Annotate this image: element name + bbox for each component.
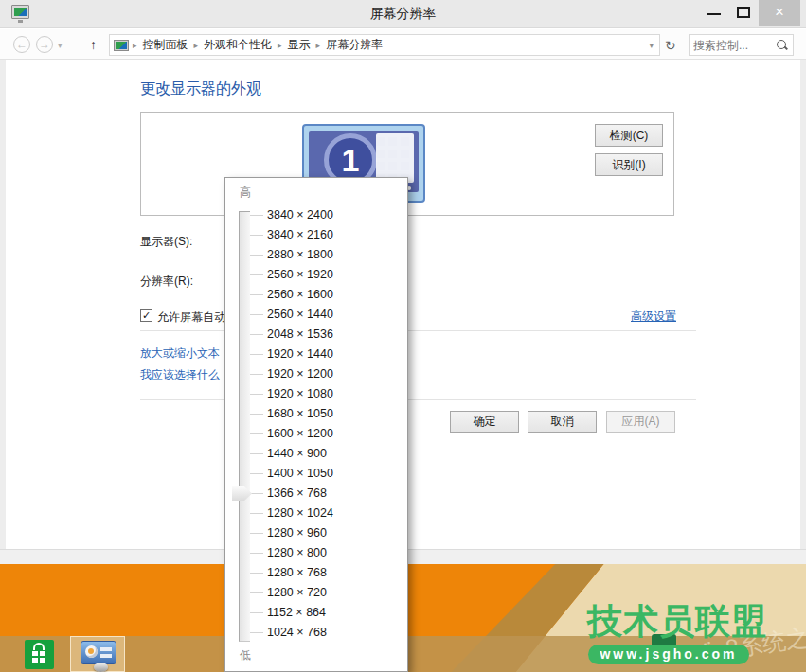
page-title: 更改显示器的外观 (140, 80, 261, 99)
cancel-button[interactable]: 取消 (528, 411, 597, 433)
mouse-icon (94, 663, 108, 672)
slider-tick (250, 374, 263, 375)
slider-tick (250, 513, 263, 514)
maximize-button[interactable] (737, 7, 750, 18)
search-icon[interactable] (776, 39, 789, 52)
slider-tick (250, 592, 263, 593)
resolution-option[interactable]: 1366 × 768 (225, 484, 409, 504)
resolution-option[interactable]: 1152 × 864 (225, 603, 409, 623)
titlebar: 屏幕分辨率 × (0, 0, 806, 28)
resolution-option[interactable]: 1920 × 1080 (225, 384, 409, 404)
close-button[interactable]: × (759, 0, 800, 26)
resolution-label: 分辨率(R): (140, 274, 193, 290)
slider-tick (250, 414, 263, 415)
resolution-option[interactable]: 2560 × 1920 (225, 265, 409, 285)
forward-button[interactable]: → (36, 36, 53, 53)
auto-rotate-label: 允许屏幕自动 (157, 309, 225, 326)
resolution-option[interactable]: 2560 × 1440 (225, 305, 409, 325)
back-button[interactable]: ← (13, 36, 30, 53)
resolution-option-label: 1400 × 1050 (267, 467, 333, 480)
breadcrumb-items: ▸控制面板▸外观和个性化▸显示▸屏幕分辨率 (131, 37, 386, 53)
help-link[interactable]: 我应该选择什么 (140, 367, 220, 383)
store-bag-handle-icon (33, 643, 45, 650)
breadcrumb-item[interactable]: 控制面板 (139, 38, 192, 51)
window-right-border (800, 60, 806, 564)
slider-tick (250, 334, 263, 335)
slider-tick (250, 314, 263, 315)
resolution-option[interactable]: 3840 × 2400 (225, 205, 409, 225)
resolution-option[interactable]: 1024 × 768 (225, 623, 409, 643)
watermark-url: www.jsgho.com (588, 645, 749, 664)
auto-rotate-checkbox[interactable]: ✓ (140, 309, 152, 322)
resolution-option-label: 3840 × 2400 (267, 208, 333, 221)
watermark-title: 技术员联盟 (587, 604, 767, 639)
slider-tick (250, 294, 263, 295)
screen: Win8系统之家 技术员联盟 www.jsgho.com 屏幕分辨率 × ← → (0, 0, 806, 672)
resolution-option[interactable]: 2048 × 1536 (225, 325, 409, 345)
advanced-settings-link[interactable]: 高级设置 (631, 309, 676, 325)
resolution-option-label: 1920 × 1200 (267, 367, 333, 380)
resolution-option[interactable]: 2880 × 1800 (225, 245, 409, 265)
resolution-option-label: 1280 × 800 (267, 546, 327, 559)
high-label: 高 (240, 185, 251, 201)
resolution-option[interactable]: 1280 × 768 (225, 563, 409, 583)
list-bars-icon (100, 647, 112, 651)
windows-store-icon[interactable] (25, 640, 54, 669)
resolution-option[interactable]: 2560 × 1600 (225, 285, 409, 305)
windows-flag-icon (32, 651, 38, 656)
low-label: 低 (240, 647, 251, 663)
resolution-option[interactable]: 1280 × 720 (225, 583, 409, 603)
resolution-option-label: 1600 × 1200 (267, 427, 333, 440)
breadcrumb-item[interactable]: 外观和个性化 (200, 38, 276, 51)
resolution-option[interactable]: 1920 × 1200 (225, 364, 409, 384)
ok-button[interactable]: 确定 (450, 411, 519, 433)
identify-button[interactable]: 识别(I) (595, 153, 663, 176)
slider-tick (250, 235, 263, 236)
address-chevron-icon[interactable]: ▾ (649, 41, 654, 50)
resolution-option-label: 1440 × 900 (267, 447, 327, 460)
slider-tick (250, 473, 263, 474)
start-tiles-icon (376, 133, 414, 183)
breadcrumb-item[interactable]: 显示 (284, 38, 314, 51)
breadcrumb-monitor-icon (114, 40, 129, 51)
slider-tick (250, 215, 263, 216)
text-size-link[interactable]: 放大或缩小文本 (140, 345, 220, 362)
resolution-option-label: 1024 × 768 (267, 626, 327, 639)
detect-button[interactable]: 检测(C) (595, 124, 663, 147)
breadcrumb: ▸控制面板▸外观和个性化▸显示▸屏幕分辨率 ▾ (109, 34, 660, 56)
resolution-option-label: 1280 × 720 (267, 586, 327, 599)
window-title: 屏幕分辨率 (0, 6, 806, 23)
breadcrumb-separator-icon: ▸ (314, 41, 323, 50)
slider-tick (250, 354, 263, 355)
resolution-option[interactable]: 1280 × 960 (225, 523, 409, 543)
resolution-option-label: 1920 × 1080 (267, 387, 333, 400)
slider-tick (250, 255, 263, 256)
resolution-option[interactable]: 1600 × 1200 (225, 424, 409, 444)
resolution-option[interactable]: 1280 × 800 (225, 543, 409, 563)
resolution-option[interactable]: 1920 × 1440 (225, 345, 409, 364)
resolution-option[interactable]: 1280 × 1024 (225, 504, 409, 523)
breadcrumb-item[interactable]: 屏幕分辨率 (322, 38, 386, 51)
up-button[interactable]: ↑ (90, 37, 97, 52)
resolution-option-label: 2880 × 1800 (267, 248, 333, 261)
resolution-option[interactable]: 1440 × 900 (225, 444, 409, 464)
resolution-option-label: 1680 × 1050 (267, 407, 333, 420)
resolution-option-label: 1280 × 1024 (267, 506, 333, 520)
resolution-option[interactable]: 3840 × 2160 (225, 225, 409, 245)
slider-tick (250, 493, 263, 494)
history-chevron-icon[interactable]: ▾ (58, 41, 63, 50)
display-settings-icon (81, 641, 116, 664)
search-input[interactable] (690, 39, 776, 52)
slider-tick (250, 274, 263, 275)
apply-button: 应用(A) (606, 411, 675, 433)
resolution-option[interactable]: 1680 × 1050 (225, 404, 409, 424)
resolution-option[interactable]: 1400 × 1050 (225, 464, 409, 484)
display-label: 显示器(S): (140, 234, 192, 250)
breadcrumb-separator-icon: ▸ (192, 41, 201, 50)
minimize-button[interactable] (707, 13, 721, 15)
breadcrumb-separator-icon: ▸ (131, 41, 139, 50)
taskbar-button-display-settings[interactable] (70, 636, 125, 672)
refresh-icon[interactable]: ↻ (665, 38, 676, 53)
slider-tick (250, 612, 263, 613)
resolution-option-label: 2560 × 1920 (267, 268, 333, 281)
